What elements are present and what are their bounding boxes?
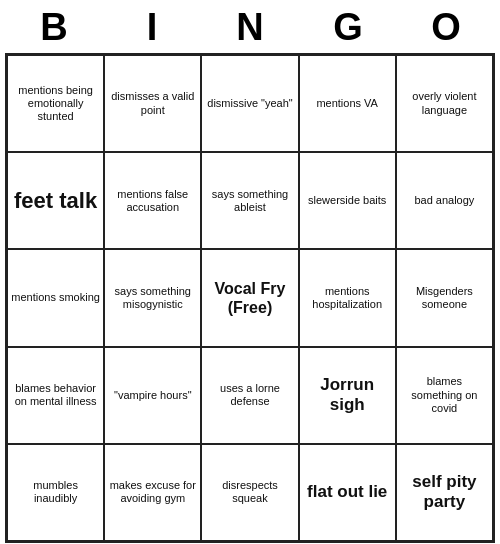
bingo-cell-8: slewerside baits <box>299 152 396 249</box>
bingo-cell-7: says something ableist <box>201 152 298 249</box>
bingo-cell-1: dismisses a valid point <box>104 55 201 152</box>
bingo-cell-16: "vampire hours" <box>104 347 201 444</box>
bingo-cell-13: mentions hospitalization <box>299 249 396 346</box>
title-o: O <box>402 6 490 49</box>
bingo-cell-6: mentions false accusation <box>104 152 201 249</box>
bingo-cell-11: says something misogynistic <box>104 249 201 346</box>
bingo-cell-20: mumbles inaudibly <box>7 444 104 541</box>
bingo-cell-3: mentions VA <box>299 55 396 152</box>
bingo-cell-14: Misgenders someone <box>396 249 493 346</box>
bingo-cell-10: mentions smoking <box>7 249 104 346</box>
bingo-grid: mentions being emotionally stunteddismis… <box>5 53 495 543</box>
bingo-cell-18: Jorrun sigh <box>299 347 396 444</box>
title-n: N <box>206 6 294 49</box>
title-b: B <box>10 6 98 49</box>
title-g: G <box>304 6 392 49</box>
bingo-cell-4: overly violent language <box>396 55 493 152</box>
bingo-cell-0: mentions being emotionally stunted <box>7 55 104 152</box>
bingo-cell-5: feet talk <box>7 152 104 249</box>
bingo-cell-22: disrespects squeak <box>201 444 298 541</box>
bingo-title: B I N G O <box>5 0 495 53</box>
bingo-cell-17: uses a lorne defense <box>201 347 298 444</box>
bingo-cell-15: blames behavior on mental illness <box>7 347 104 444</box>
bingo-cell-21: makes excuse for avoiding gym <box>104 444 201 541</box>
bingo-cell-24: self pity party <box>396 444 493 541</box>
bingo-cell-19: blames something on covid <box>396 347 493 444</box>
bingo-cell-23: flat out lie <box>299 444 396 541</box>
bingo-cell-9: bad analogy <box>396 152 493 249</box>
title-i: I <box>108 6 196 49</box>
bingo-cell-12: Vocal Fry (Free) <box>201 249 298 346</box>
bingo-cell-2: dismissive "yeah" <box>201 55 298 152</box>
